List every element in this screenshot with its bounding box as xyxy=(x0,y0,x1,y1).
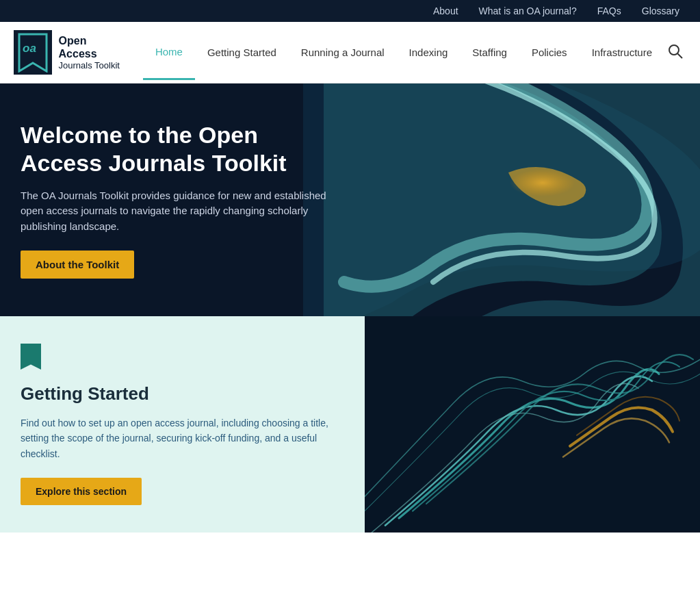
nav-link-running-journal[interactable]: Running a Journal xyxy=(289,26,397,79)
nav-link-infrastructure[interactable]: Infrastructure xyxy=(580,26,664,79)
svg-line-3 xyxy=(678,54,683,59)
nav-item-policies[interactable]: Policies xyxy=(519,26,580,79)
top-bar: About What is an OA journal? FAQs Glossa… xyxy=(0,0,700,22)
topbar-link-glossary[interactable]: Glossary xyxy=(642,5,679,16)
logo-brand: Open Access Journals Toolkit xyxy=(59,34,122,70)
hero-content: Welcome to the Open Access Journals Tool… xyxy=(0,94,363,306)
svg-point-2 xyxy=(669,45,679,55)
logo-brand-sub: Journals Toolkit xyxy=(59,60,122,70)
search-icon xyxy=(668,44,683,59)
topbar-link-faqs[interactable]: FAQs xyxy=(597,5,621,16)
hero-background xyxy=(303,84,700,316)
nav-link-getting-started[interactable]: Getting Started xyxy=(195,26,289,79)
logo-icon: oa xyxy=(16,33,50,73)
nav-link-staffing[interactable]: Staffing xyxy=(460,26,519,79)
logo-link[interactable]: oa Open Access Journals Toolkit xyxy=(14,30,122,75)
hero-description: The OA Journals Toolkit provides guidanc… xyxy=(21,188,342,235)
getting-started-title: Getting Started xyxy=(21,383,337,405)
getting-started-description: Find out how to set up an open access jo… xyxy=(21,415,337,461)
topbar-link-about[interactable]: About xyxy=(433,5,458,16)
hero-title: Welcome to the Open Access Journals Tool… xyxy=(21,121,342,177)
nav-links: Home Getting Started Running a Journal I… xyxy=(143,25,664,80)
svg-text:oa: oa xyxy=(23,42,36,55)
bookmark-icon xyxy=(21,344,41,370)
hero-section: Welcome to the Open Access Journals Tool… xyxy=(0,84,700,316)
nav-item-infrastructure[interactable]: Infrastructure xyxy=(580,26,664,79)
getting-started-image xyxy=(365,316,700,533)
explore-section-button[interactable]: Explore this section xyxy=(21,478,142,505)
search-button[interactable] xyxy=(664,40,686,64)
about-toolkit-button[interactable]: About the Toolkit xyxy=(21,251,134,279)
card-wave-svg xyxy=(365,316,700,533)
hero-wave-svg xyxy=(303,84,700,316)
logo-box: oa xyxy=(14,30,52,75)
nav-link-policies[interactable]: Policies xyxy=(519,26,580,79)
nav-item-getting-started[interactable]: Getting Started xyxy=(195,26,289,79)
topbar-link-what-is-oa[interactable]: What is an OA journal? xyxy=(479,5,577,16)
main-nav: oa Open Access Journals Toolkit Home Get… xyxy=(0,22,700,84)
getting-started-card: Getting Started Find out how to set up a… xyxy=(0,316,365,533)
nav-item-indexing[interactable]: Indexing xyxy=(397,26,461,79)
logo-brand-main: Open Access xyxy=(59,34,122,60)
nav-item-home[interactable]: Home xyxy=(143,25,195,80)
nav-item-running-journal[interactable]: Running a Journal xyxy=(289,26,397,79)
nav-link-indexing[interactable]: Indexing xyxy=(397,26,461,79)
nav-link-home[interactable]: Home xyxy=(143,25,195,80)
cards-section: Getting Started Find out how to set up a… xyxy=(0,316,700,533)
nav-item-staffing[interactable]: Staffing xyxy=(460,26,519,79)
